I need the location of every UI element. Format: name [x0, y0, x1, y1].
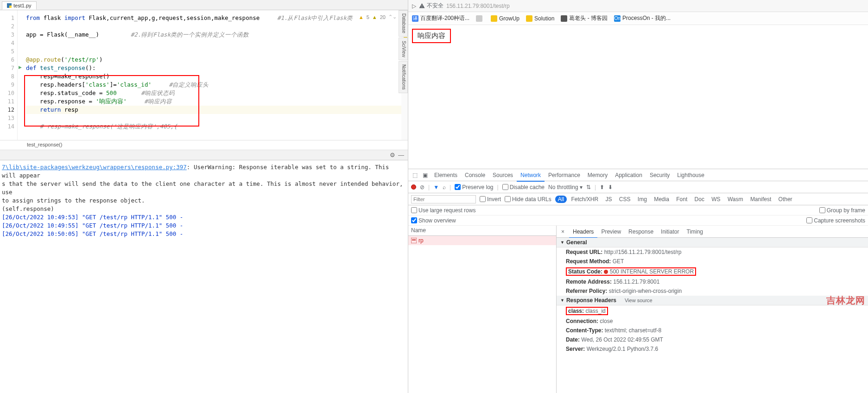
hide-icon[interactable]: — — [398, 152, 404, 158]
bookmark-item[interactable]: 译百度翻译-200种语... — [412, 14, 469, 22]
filter-type-pill[interactable]: Font — [673, 196, 690, 203]
line-number[interactable]: 3 — [0, 31, 14, 39]
devtools-tab[interactable]: Application — [611, 170, 646, 181]
large-rows-checkbox[interactable]: Use large request rows — [411, 207, 475, 214]
line-number[interactable]: 10 — [0, 89, 14, 97]
file-tab-test1[interactable]: test1.py — [2, 1, 37, 10]
search-icon[interactable]: ⌕ — [443, 184, 446, 190]
bookmark-item[interactable]: 葛老头 - 博客园 — [561, 14, 608, 22]
bookmark-item[interactable]: OnProcessOn - 我的... — [614, 14, 671, 22]
filter-type-pill[interactable]: All — [555, 196, 567, 203]
devtools-tab[interactable]: Lighthouse — [673, 170, 708, 181]
preserve-log-checkbox[interactable]: Preserve log — [455, 184, 493, 190]
line-number[interactable]: 2 — [0, 22, 14, 31]
code-line[interactable]: @app.route('/test/rp') — [26, 56, 408, 64]
filter-type-pill[interactable]: CSS — [616, 196, 634, 203]
line-number[interactable]: 9 — [0, 81, 14, 89]
filter-type-pill[interactable]: Manifest — [748, 196, 774, 203]
bookmark-item[interactable]: Solution — [526, 15, 554, 22]
code-editor[interactable]: 1234567891011121314 ▶ from flask import … — [0, 10, 408, 140]
capture-screenshots-checkbox[interactable]: Capture screenshots — [806, 217, 865, 224]
line-number[interactable]: 4 — [0, 39, 14, 47]
hide-dataurls-checkbox[interactable]: Hide data URLs — [505, 196, 551, 203]
detail-tab[interactable]: Response — [625, 226, 657, 237]
bookmark-item[interactable] — [476, 15, 484, 22]
chevron-up-down-icon[interactable]: ⌃⌄ — [388, 14, 397, 20]
code-line[interactable]: resp.headers['class']='class_id' #自定义响应头 — [26, 81, 408, 89]
code-line[interactable]: resp=make_response() — [26, 72, 408, 81]
request-row-rp[interactable]: rp — [408, 236, 556, 245]
code-line[interactable] — [26, 22, 408, 31]
side-tool-tab[interactable]: SciView — [399, 38, 408, 60]
devtools-tab[interactable]: Console — [461, 170, 489, 181]
wifi-icon[interactable]: ⇅ — [586, 184, 591, 190]
line-number[interactable]: 6 — [0, 56, 14, 64]
side-tool-tab[interactable]: Database — [399, 10, 408, 37]
line-number[interactable]: 1 — [0, 14, 14, 22]
record-icon[interactable] — [411, 184, 416, 190]
code-line[interactable]: # resp=make_response('这是响应内容',405,{ — [26, 122, 408, 131]
filter-type-pill[interactable]: Doc — [692, 196, 707, 203]
filter-toggle-icon[interactable]: ▼ — [433, 184, 439, 190]
filter-type-pill[interactable]: JS — [602, 196, 615, 203]
detail-tab[interactable]: Headers — [569, 226, 597, 238]
nav-play-icon[interactable]: ▷ — [412, 3, 416, 9]
devtools-tab[interactable]: Sources — [489, 170, 517, 181]
filter-input[interactable] — [411, 195, 476, 203]
disable-cache-checkbox[interactable]: Disable cache — [502, 184, 545, 190]
device-toggle-icon[interactable]: ▣ — [420, 172, 430, 178]
devtools-tab[interactable]: Security — [646, 170, 673, 181]
detail-tab[interactable]: Preview — [597, 226, 625, 237]
line-number[interactable]: 12 — [0, 106, 14, 114]
run-console[interactable]: 7\lib\site-packages\werkzeug\wrappers\re… — [0, 160, 408, 393]
line-number[interactable]: 8 — [0, 72, 14, 81]
filter-type-pill[interactable]: Other — [776, 196, 795, 203]
breadcrumb[interactable]: test_response() — [0, 140, 408, 150]
code-line[interactable]: from flask import Flask,current_app,g,re… — [26, 14, 408, 22]
general-section-header[interactable]: ▼General — [557, 238, 868, 247]
close-detail-icon[interactable]: × — [558, 228, 567, 235]
upload-icon[interactable]: ⬆ — [600, 184, 604, 190]
bookmark-item[interactable]: GrowUp — [491, 15, 520, 22]
devtools-tab[interactable]: Performance — [545, 170, 584, 181]
filter-type-pill[interactable]: Img — [635, 196, 650, 203]
invert-checkbox[interactable]: Invert — [480, 196, 501, 203]
code-line[interactable]: resp.response = '响应内容' #响应内容 — [26, 97, 408, 106]
devtools-tab[interactable]: Elements — [431, 170, 461, 181]
request-list-header[interactable]: Name — [408, 226, 556, 236]
code-line[interactable]: resp.status_code = 500 #响应状态码 — [26, 89, 408, 97]
address-bar[interactable]: ▷ 不安全 156.11.21.79:8001/test/rp — [408, 0, 868, 12]
clear-icon[interactable]: ⊘ — [420, 184, 424, 190]
inspections-summary[interactable]: ▲5 ▲20 ⌃⌄ — [359, 14, 397, 20]
view-source-link[interactable]: View source — [625, 298, 653, 303]
line-number[interactable]: 14 — [0, 122, 14, 131]
code-area[interactable]: from flask import Flask,current_app,g,re… — [18, 10, 408, 140]
download-icon[interactable]: ⬇ — [608, 184, 613, 190]
devtools-tab[interactable]: Network — [517, 170, 545, 182]
line-number[interactable]: 13 — [0, 114, 14, 122]
gear-icon[interactable]: ⚙ — [390, 152, 395, 158]
line-number[interactable]: 5 — [0, 47, 14, 56]
line-number[interactable]: 7 — [0, 64, 14, 72]
show-overview-checkbox[interactable]: Show overview — [411, 217, 456, 224]
code-line[interactable] — [26, 47, 408, 56]
filter-type-pill[interactable]: Wasm — [725, 196, 746, 203]
inspect-icon[interactable]: ⬚ — [410, 172, 419, 178]
side-tool-tab[interactable]: Notifications — [399, 61, 408, 93]
code-line[interactable] — [26, 39, 408, 47]
response-headers-section-header[interactable]: ▼Response HeadersView source — [557, 296, 868, 305]
detail-tab[interactable]: Initiator — [657, 226, 683, 237]
not-secure-indicator[interactable]: 不安全 — [419, 2, 444, 10]
filter-type-pill[interactable]: WS — [709, 196, 723, 203]
group-frame-checkbox[interactable]: Group by frame — [819, 207, 865, 214]
filter-type-pill[interactable]: Media — [651, 196, 672, 203]
line-number[interactable]: 11 — [0, 97, 14, 106]
filter-type-pill[interactable]: Fetch/XHR — [568, 196, 601, 203]
code-line[interactable]: app = Flask(__name__) #2.得到Flask类的一个实例并定… — [26, 31, 408, 39]
code-line[interactable] — [26, 114, 408, 122]
devtools-tab[interactable]: Memory — [584, 170, 611, 181]
code-line[interactable]: def test_response(): — [26, 64, 408, 72]
throttling-select[interactable]: No throttling ▾ — [548, 184, 583, 190]
code-line[interactable]: return resp — [26, 106, 408, 114]
detail-tab[interactable]: Timing — [683, 226, 707, 237]
